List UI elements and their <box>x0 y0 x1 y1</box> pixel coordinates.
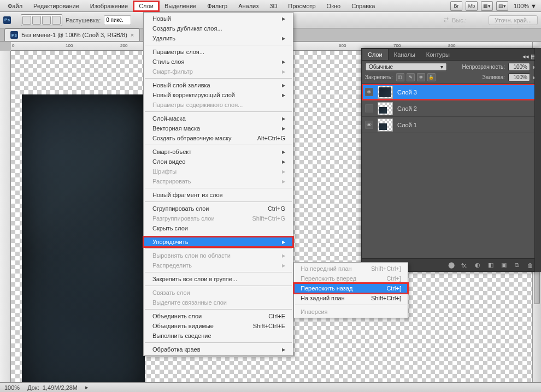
minibridge-button[interactable]: Mb <box>466 1 478 11</box>
blend-mode-select[interactable]: Обычные▾ <box>365 63 447 71</box>
menu-item[interactable]: Закрепить все слои в группе... <box>144 274 293 284</box>
menu-item[interactable]: Слой-маска▶ <box>144 114 293 123</box>
menu-item[interactable]: Векторная маска▶ <box>144 123 293 133</box>
menu-item: Выровнять слои по области▶ <box>144 251 293 260</box>
visibility-eye-icon[interactable]: 👁 <box>365 121 373 129</box>
menu-item-label: Разгруппировать слои <box>152 215 215 222</box>
panel-collapse-strip[interactable] <box>534 48 541 272</box>
lock-pixels-icon[interactable]: ✎ <box>407 73 415 81</box>
menu-shortcut: Ctrl+G <box>268 205 285 212</box>
menu-file[interactable]: Файл <box>2 1 28 11</box>
menu-item-label: Сгруппировать слои <box>152 205 209 212</box>
close-tab-icon[interactable]: × <box>131 32 134 38</box>
status-zoom[interactable]: 100% <box>4 384 20 391</box>
delete-layer-icon[interactable]: 🗑 <box>525 262 535 269</box>
menu-item[interactable]: Стиль слоя▶ <box>144 57 293 67</box>
menu-item[interactable]: Объединить видимыеShift+Ctrl+E <box>144 321 293 331</box>
menu-item[interactable]: Новый фрагмент из слоя <box>144 190 293 200</box>
menu-item-label: Смарт-объект <box>152 149 191 155</box>
menu-item[interactable]: Параметры слоя... <box>144 47 293 57</box>
menu-item[interactable]: Новый▶ <box>144 14 293 23</box>
opacity-input[interactable]: 100% <box>508 63 530 71</box>
layer-row[interactable]: 👁Слой 1 <box>362 117 539 133</box>
menu-3d[interactable]: 3D <box>264 1 283 11</box>
submenu-arrow-icon: ▶ <box>282 36 285 41</box>
visibility-eye-icon[interactable]: 👁 <box>365 88 373 96</box>
menu-item-label: Скрыть слои <box>152 225 188 231</box>
new-layer-icon[interactable]: ⧉ <box>512 262 522 269</box>
layer-thumbnail[interactable] <box>378 118 393 132</box>
menu-item[interactable]: Смарт-объект▶ <box>144 147 293 157</box>
menu-item: Смарт-фильтр▶ <box>144 67 293 76</box>
submenu-item: Переложить впередCtrl+] <box>294 274 408 283</box>
layers-dropdown-menu: Новый▶Создать дубликат слоя...Удалить▶Па… <box>143 12 293 356</box>
menu-item[interactable]: Выполнить сведение <box>144 331 293 341</box>
lock-all-icon[interactable]: 🔒 <box>427 73 436 81</box>
submenu-arrow-icon: ▶ <box>282 150 285 155</box>
bridge-button[interactable]: Br <box>450 1 462 11</box>
tab-paths[interactable]: Контуры <box>421 49 455 60</box>
menu-item[interactable]: Новый корректирующий слой▶ <box>144 90 293 100</box>
mask-icon[interactable]: ◐ <box>473 262 483 269</box>
layer-row[interactable]: Слой 2 <box>362 100 539 117</box>
menu-shortcut: Shift+Ctrl+E <box>253 323 285 329</box>
document-tab[interactable]: Ps Без имени-1 @ 100% (Слой 3, RGB/8) × <box>4 28 140 41</box>
link-layers-icon[interactable]: ⬤ <box>446 262 456 269</box>
layer-thumbnail[interactable] <box>378 102 393 115</box>
layer-row[interactable]: 👁Слой 3 <box>362 84 539 100</box>
submenu-item-label: Инверсия <box>301 308 328 315</box>
ruler-tick: 100 <box>66 43 73 48</box>
menu-filter[interactable]: Фильтр <box>202 1 233 11</box>
menu-image[interactable]: Изображение <box>85 1 133 11</box>
menu-select[interactable]: Выделение <box>159 1 202 11</box>
document-title: Без имени-1 @ 100% (Слой 3, RGB/8) <box>21 32 127 38</box>
adjustment-icon[interactable]: ◧ <box>486 262 496 269</box>
ruler-tick: 0 <box>12 43 14 48</box>
menu-item[interactable]: Создать обтравочную маскуAlt+Ctrl+G <box>144 133 293 143</box>
menu-help[interactable]: Справка <box>346 1 380 11</box>
layer-name: Слой 3 <box>397 89 417 96</box>
menu-item[interactable]: Скрыть слои <box>144 223 293 233</box>
tab-layers[interactable]: Слои <box>362 49 389 60</box>
status-arrow-icon[interactable]: ▸ <box>85 384 89 391</box>
menu-view[interactable]: Просмотр <box>283 1 321 11</box>
menu-item[interactable]: Объединить слоиCtrl+E <box>144 311 293 321</box>
fx-icon[interactable]: fx. <box>460 262 469 269</box>
lock-transparent-icon[interactable]: ◫ <box>396 73 404 81</box>
screenmode-button[interactable]: ▦▾ <box>481 1 493 11</box>
menu-item[interactable]: Обработка краев▶ <box>144 345 293 354</box>
group-icon[interactable]: ▣ <box>499 262 509 269</box>
feather-input[interactable] <box>104 15 131 25</box>
arrange-button[interactable]: ▤▾ <box>496 1 508 11</box>
submenu-item[interactable]: На задний планShift+Ctrl+[ <box>294 293 408 303</box>
fill-label: Заливка: <box>483 74 505 80</box>
menu-item[interactable]: Сгруппировать слоиCtrl+G <box>144 204 293 213</box>
menu-item-label: Создать дубликат слоя... <box>152 25 222 32</box>
submenu-item-label: На передний план <box>301 265 352 272</box>
menu-item[interactable]: Слои видео▶ <box>144 157 293 167</box>
fill-input[interactable]: 100% <box>508 73 530 81</box>
lock-position-icon[interactable]: ✥ <box>417 73 425 81</box>
menu-item[interactable]: Упорядочить▶ <box>144 237 293 247</box>
layer-thumbnail[interactable] <box>378 86 393 99</box>
menu-layers[interactable]: Слои <box>133 1 159 11</box>
tab-channels[interactable]: Каналы <box>389 49 421 60</box>
submenu-arrow-icon: ▶ <box>282 126 285 131</box>
submenu-arrow-icon: ▶ <box>282 179 285 184</box>
menu-item[interactable]: Новый слой-заливка▶ <box>144 80 293 90</box>
selection-add-icon[interactable] <box>32 16 41 25</box>
zoom-level[interactable]: 100% ▼ <box>511 3 539 9</box>
submenu-item[interactable]: Переложить назадCtrl+[ <box>294 283 408 293</box>
menu-analysis[interactable]: Анализ <box>233 1 264 11</box>
menu-window[interactable]: Окно <box>321 1 346 11</box>
menu-item-label: Новый фрагмент из слоя <box>152 192 223 198</box>
refine-edge-button[interactable]: Уточн. край... <box>489 15 538 25</box>
visibility-eye-icon[interactable] <box>365 104 373 112</box>
height-label: Выс.: <box>452 17 467 23</box>
menu-edit[interactable]: Редактирование <box>28 1 85 11</box>
menu-item[interactable]: Удалить▶ <box>144 33 293 43</box>
selection-new-icon[interactable] <box>22 16 31 25</box>
menu-item[interactable]: Создать дубликат слоя... <box>144 23 293 33</box>
selection-intersect-icon[interactable] <box>52 16 61 25</box>
selection-subtract-icon[interactable] <box>42 16 51 25</box>
